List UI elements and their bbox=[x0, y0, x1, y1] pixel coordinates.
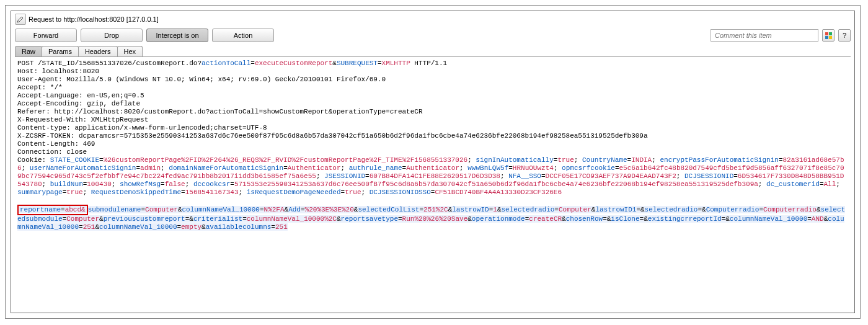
request-target-label: Request to http://localhost:8020 [127.0.… bbox=[29, 16, 159, 23]
tab-headers[interactable]: Headers bbox=[78, 46, 118, 56]
raw-request-viewer[interactable]: POST /STATE_ID/1568551337026/customRepor… bbox=[15, 56, 851, 309]
help-button[interactable]: ? bbox=[838, 29, 851, 42]
action-button[interactable]: Action bbox=[212, 29, 274, 42]
raw-request-text[interactable]: POST /STATE_ID/1568551337026/customRepor… bbox=[15, 57, 851, 234]
intercept-toggle-button[interactable]: Intercept is on bbox=[146, 29, 208, 42]
tab-hex[interactable]: Hex bbox=[117, 46, 143, 56]
edit-toggle-button[interactable] bbox=[15, 14, 26, 25]
toolbar: Forward Drop Intercept is on Action ? bbox=[11, 27, 854, 46]
highlight-color-button[interactable] bbox=[822, 29, 835, 42]
drop-button[interactable]: Drop bbox=[81, 29, 143, 42]
comment-input[interactable] bbox=[711, 29, 818, 42]
forward-button[interactable]: Forward bbox=[15, 29, 77, 42]
request-panel: Request to http://localhost:8020 [127.0.… bbox=[11, 11, 855, 313]
tab-raw[interactable]: Raw bbox=[15, 46, 42, 56]
tab-strip: Raw Params Headers Hex bbox=[11, 46, 854, 56]
app-window: Request to http://localhost:8020 [127.0.… bbox=[5, 5, 861, 319]
tab-params[interactable]: Params bbox=[42, 46, 79, 56]
panel-header: Request to http://localhost:8020 [127.0.… bbox=[11, 11, 854, 27]
